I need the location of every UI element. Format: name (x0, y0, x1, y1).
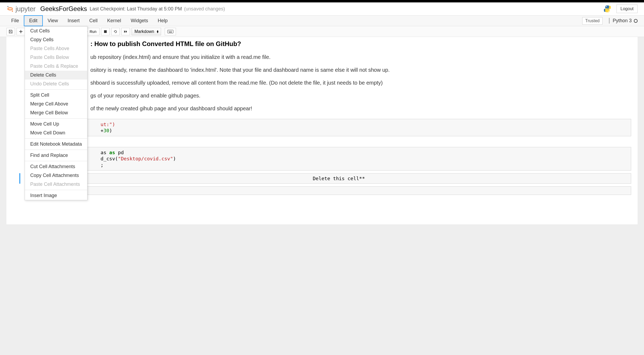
cell-type-value: Markdown (135, 29, 154, 34)
edit-menu-copy-cells[interactable]: Copy Cells (25, 35, 87, 44)
edit-menu-undo-delete-cells: Undo Delete Cells (25, 80, 87, 88)
edit-menu-move-cell-up[interactable]: Move Cell Up (25, 120, 87, 129)
keyboard-icon (167, 30, 174, 33)
tok: + (101, 128, 103, 133)
code-body-2[interactable]: as as pd d_csv("Desktop/covid.csv") ; (45, 147, 631, 171)
svg-point-2 (606, 6, 607, 7)
empty-cell[interactable]: In [ ]: (19, 186, 631, 195)
markdown-step4: gs of your repository and enable github … (90, 92, 631, 100)
edit-menu-merge-cell-above[interactable]: Merge Cell Above (25, 100, 87, 108)
python-logo-icon (603, 5, 612, 13)
tok: d_csv( (101, 156, 118, 161)
kernel-name: Python 3 (613, 18, 632, 24)
menu-file[interactable]: File (6, 16, 24, 26)
menubar: File Edit View Insert Cell Kernel Widget… (0, 16, 644, 26)
tok: as (101, 150, 109, 155)
dropdown-divider (25, 161, 87, 161)
tok: as (109, 150, 115, 155)
edit-menu-cut-cell-attachments[interactable]: Cut Cell Attachments (25, 162, 87, 171)
markdown-body-delete[interactable]: Delete this cell** (47, 173, 631, 184)
menu-help[interactable]: Help (153, 16, 172, 26)
empty-cell-body[interactable] (45, 186, 631, 195)
svg-point-3 (608, 11, 609, 12)
window-top-bar (0, 0, 644, 2)
edit-menu-paste-cells-replace: Paste Cells & Replace (25, 62, 87, 71)
dropdown-divider (25, 89, 87, 90)
tok: ) (109, 128, 112, 133)
markdown-step5: of the newly created gihub page and your… (90, 104, 631, 112)
fast-forward-button[interactable] (121, 28, 130, 35)
tok: "Desktop/covid.csv" (118, 156, 173, 161)
svg-point-0 (7, 6, 9, 7)
unsaved-indicator: (unsaved changes) (184, 6, 225, 12)
add-cell-button[interactable] (17, 28, 25, 35)
svg-point-6 (168, 31, 169, 31)
stop-button[interactable] (101, 28, 110, 35)
dropdown-divider (25, 190, 87, 190)
markdown-heading: : How to publish Converted HTML file on … (90, 40, 631, 48)
trusted-badge[interactable]: Trusted (582, 17, 603, 25)
menu-kernel[interactable]: Kernel (102, 16, 126, 26)
code-cell-1[interactable]: In [2]: ut:") +30) (19, 119, 631, 136)
menu-insert[interactable]: Insert (63, 16, 85, 26)
checkpoint-text: Last Checkpoint: Last Thursday at 5:00 P… (90, 6, 182, 12)
markdown-step2: ository is ready, rename the dashboard t… (90, 66, 631, 74)
toolbar: Run Markdown ▲▼ (0, 26, 644, 37)
edit-menu-insert-image[interactable]: Insert Image (25, 191, 87, 200)
edit-menu-cut-cells[interactable]: Cut Cells (25, 27, 87, 35)
svg-point-9 (171, 31, 172, 31)
edit-menu-paste-cell-attachments: Paste Cell Attachments (25, 180, 87, 189)
menu-widgets[interactable]: Widgets (126, 16, 153, 26)
cell-type-select[interactable]: Markdown ▲▼ (132, 28, 161, 35)
edit-menu-merge-cell-below[interactable]: Merge Cell Below (25, 108, 87, 117)
jupyter-logo[interactable]: jupyter (6, 5, 36, 13)
dropdown-divider (25, 150, 87, 150)
tok: ; (101, 162, 103, 168)
kernel-indicator[interactable]: Python 3 (609, 18, 638, 24)
select-arrows-icon: ▲▼ (156, 30, 159, 33)
menu-view[interactable]: View (43, 16, 63, 26)
restart-icon (114, 30, 117, 33)
svg-rect-4 (104, 30, 107, 33)
dropdown-divider (25, 118, 87, 119)
run-label: Run (90, 29, 97, 34)
jupyter-logo-text: jupyter (16, 5, 36, 13)
edit-menu-copy-cell-attachments[interactable]: Copy Cell Attachments (25, 171, 87, 180)
code-body-1[interactable]: ut:") +30) (45, 119, 631, 136)
plus-icon (19, 30, 23, 33)
edit-menu-move-cell-down[interactable]: Move Cell Down (25, 129, 87, 137)
command-palette-button[interactable] (165, 28, 176, 35)
edit-menu-split-cell[interactable]: Split Cell (25, 91, 87, 100)
menu-cell[interactable]: Cell (85, 16, 102, 26)
edit-dropdown: Cut CellsCopy CellsPaste Cells AbovePast… (25, 26, 87, 200)
fast-forward-icon (124, 30, 128, 33)
edit-menu-paste-cells-above: Paste Cells Above (25, 44, 87, 53)
tok: 30 (103, 128, 109, 133)
stop-icon (104, 30, 107, 33)
jupyter-logo-icon (6, 5, 14, 13)
markdown-step3: shboard is successfully uploaded, remove… (90, 79, 631, 87)
markdown-cell-delete[interactable]: In [ ]: Delete this cell** (19, 173, 631, 184)
menu-edit[interactable]: Edit (24, 15, 43, 26)
header: jupyter GeeksForGeeks Last Checkpoint: L… (0, 2, 644, 16)
notebook-area: : How to publish Converted HTML file on … (6, 37, 638, 224)
edit-menu-find-and-replace[interactable]: Find and Replace (25, 151, 87, 160)
notebook-name[interactable]: GeeksForGeeks (40, 5, 87, 13)
save-button[interactable] (6, 28, 15, 35)
dropdown-divider (25, 138, 87, 139)
markdown-step1: ub repository (index.html) and ensure th… (90, 53, 631, 61)
edit-menu-delete-cells[interactable]: Delete Cells (25, 71, 87, 80)
save-icon (9, 29, 13, 34)
code-cell-2[interactable]: In [3]: as as pd d_csv("Desktop/covid.cs… (19, 147, 631, 171)
edit-menu-edit-notebook-metadata[interactable]: Edit Notebook Metadata (25, 140, 87, 149)
restart-button[interactable] (111, 28, 120, 35)
svg-rect-5 (167, 30, 173, 33)
svg-rect-10 (169, 32, 172, 32)
tok: ) (173, 156, 176, 161)
logout-button[interactable]: Logout (616, 5, 638, 13)
edit-menu-paste-cells-below: Paste Cells Below (25, 53, 87, 62)
kernel-status-icon (634, 19, 638, 23)
svg-point-8 (170, 31, 171, 31)
tok: ut:") (101, 122, 115, 127)
tok: pd (115, 150, 124, 155)
